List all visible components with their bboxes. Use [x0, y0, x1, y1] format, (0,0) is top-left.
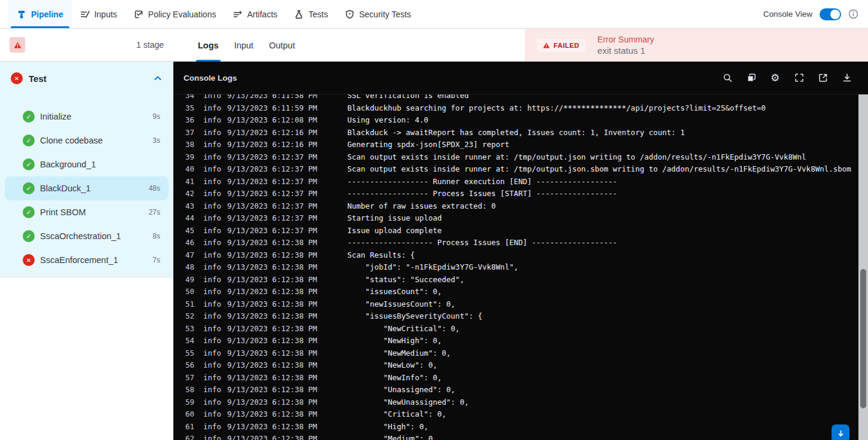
- stage-row-test[interactable]: Test: [0, 62, 173, 95]
- log-message: "High": 0,: [347, 421, 868, 433]
- security-tests-icon: [345, 10, 354, 19]
- log-message: "status": "Succeeded",: [347, 274, 868, 286]
- search-button[interactable]: [719, 70, 735, 86]
- step-status-icon: [23, 230, 35, 242]
- log-line: 41 info 9/13/2023 6:12:37 PM -----------…: [173, 176, 868, 188]
- console-title: Console Logs: [184, 74, 237, 82]
- log-level: info: [203, 298, 227, 311]
- step-row[interactable]: SscaOrchestration_1 8s: [5, 224, 169, 248]
- log-level: info: [203, 310, 227, 323]
- log-message: "issuesCount": 0,: [347, 286, 868, 298]
- log-level: info: [203, 421, 227, 433]
- log-timestamp: 9/13/2023 6:12:38 PM: [227, 408, 347, 421]
- nav-tab[interactable]: Policy Evaluations: [126, 0, 225, 28]
- log-level: info: [203, 114, 227, 127]
- step-row[interactable]: Print SBOM 27s: [5, 200, 169, 224]
- log-level: info: [203, 225, 227, 237]
- log-line-number: 41: [185, 176, 203, 188]
- log-line-number: 45: [185, 225, 203, 237]
- step-row[interactable]: Background_1: [5, 152, 169, 176]
- console-view-toggle[interactable]: [820, 8, 841, 20]
- log-message: Scan output exists inside runner at: /tm…: [347, 163, 868, 176]
- nav-tab-label: Tests: [308, 10, 328, 19]
- step-name: SscaOrchestration_1: [40, 231, 121, 241]
- log-line-number: 39: [185, 151, 203, 164]
- stage-section: Test Initialize 9s Clone codebase 3s Bac: [0, 62, 173, 277]
- log-line: 52 info 9/13/2023 6:12:38 PM "issuesBySe…: [173, 310, 868, 323]
- log-timestamp: 9/13/2023 6:11:58 PM: [227, 94, 347, 102]
- log-message: Number of raw issues extracted: 0: [347, 200, 868, 213]
- log-line-number: 48: [185, 261, 203, 274]
- step-row[interactable]: Initialize 9s: [5, 105, 169, 129]
- log-timestamp: 9/13/2023 6:12:37 PM: [227, 212, 347, 225]
- log-line: 36 info 9/13/2023 6:12:08 PM Using versi…: [173, 114, 868, 127]
- step-duration: 48s: [149, 184, 164, 192]
- copy-button[interactable]: [743, 70, 759, 86]
- settings-button[interactable]: ⚙: [767, 70, 783, 86]
- nav-tab[interactable]: Security Tests: [337, 0, 420, 28]
- step-status-icon: [23, 206, 35, 218]
- log-line: 42 info 9/13/2023 6:12:37 PM -----------…: [173, 188, 868, 200]
- fullscreen-icon: [794, 73, 804, 82]
- log-message: Issue upload complete: [347, 225, 868, 237]
- step-row[interactable]: SscaEnforcement_1 7s: [5, 248, 169, 272]
- step-detail-tabs: Logs Input Output FAILED Error Summary e…: [173, 29, 868, 62]
- top-navigation: Pipeline Inputs Policy Evaluations Artif…: [0, 0, 868, 29]
- step-status-icon: [23, 182, 35, 194]
- step-status-icon: [23, 111, 35, 123]
- collapse-stage-button[interactable]: [153, 74, 163, 83]
- log-scrollbar[interactable]: [858, 94, 868, 440]
- log-message: Using version: 4.0: [347, 114, 868, 127]
- log-timestamp: 9/13/2023 6:12:38 PM: [227, 274, 347, 286]
- nav-tab[interactable]: Inputs: [72, 0, 126, 28]
- log-line-number: 36: [185, 114, 203, 127]
- search-icon: [723, 73, 732, 82]
- log-line: 57 info 9/13/2023 6:12:38 PM "NewInfo": …: [173, 372, 868, 384]
- log-timestamp: 9/13/2023 6:12:38 PM: [227, 359, 347, 372]
- log-line: 45 info 9/13/2023 6:12:37 PM Issue uploa…: [173, 225, 868, 237]
- error-texts: Error Summary exit status 1: [597, 35, 654, 56]
- download-button[interactable]: [839, 70, 855, 86]
- detail-tab[interactable]: Logs: [190, 29, 227, 62]
- log-line-number: 49: [185, 274, 203, 286]
- artifacts-icon: [233, 10, 242, 19]
- detail-tab[interactable]: Output: [261, 29, 303, 62]
- warning-triangle-icon: [543, 42, 550, 49]
- log-line: 59 info 9/13/2023 6:12:38 PM "NewUnassig…: [173, 396, 868, 409]
- log-scrollbar-thumb[interactable]: [860, 269, 866, 408]
- scroll-to-bottom-button[interactable]: [832, 424, 849, 440]
- policy-evaluations-icon: [134, 10, 143, 19]
- detail-tab[interactable]: Input: [227, 29, 261, 62]
- step-row[interactable]: BlackDuck_1 48s: [5, 176, 169, 200]
- step-name: Print SBOM: [40, 207, 86, 217]
- info-icon[interactable]: [848, 9, 858, 19]
- stage-status-icon: [11, 72, 23, 84]
- nav-tab[interactable]: Pipeline: [8, 0, 72, 28]
- open-in-new-button[interactable]: [815, 70, 831, 86]
- log-level: info: [203, 212, 227, 225]
- nav-tab-label: Pipeline: [31, 10, 63, 19]
- log-line-number: 58: [185, 384, 203, 396]
- log-line-number: 35: [185, 102, 203, 115]
- log-message: SSL verification is enabled: [347, 94, 868, 102]
- nav-tab[interactable]: Tests: [286, 0, 337, 28]
- nav-tab-label: Policy Evaluations: [148, 10, 216, 19]
- detail-tab-label: Logs: [198, 41, 219, 50]
- log-line-number: 53: [185, 323, 203, 335]
- log-message: "Critical": 0,: [347, 408, 868, 421]
- step-row[interactable]: Clone codebase 3s: [5, 129, 169, 152]
- fullscreen-button[interactable]: [791, 70, 807, 86]
- step-name: SscaEnforcement_1: [40, 255, 118, 265]
- main-content: Logs Input Output FAILED Error Summary e…: [173, 29, 868, 440]
- log-level: info: [203, 237, 227, 249]
- log-level: info: [203, 359, 227, 372]
- log-timestamp: 9/13/2023 6:12:38 PM: [227, 286, 347, 298]
- log-line-number: 50: [185, 286, 203, 298]
- nav-tabs: Pipeline Inputs Policy Evaluations Artif…: [0, 0, 420, 28]
- log-timestamp: 9/13/2023 6:12:37 PM: [227, 151, 347, 164]
- nav-tab[interactable]: Artifacts: [224, 0, 286, 28]
- console-log-viewport[interactable]: 34 info 9/13/2023 6:11:58 PM SSL verific…: [173, 94, 868, 440]
- console-toolbar: ⚙: [719, 70, 855, 86]
- log-timestamp: 9/13/2023 6:12:38 PM: [227, 335, 347, 347]
- step-duration: 27s: [149, 208, 164, 216]
